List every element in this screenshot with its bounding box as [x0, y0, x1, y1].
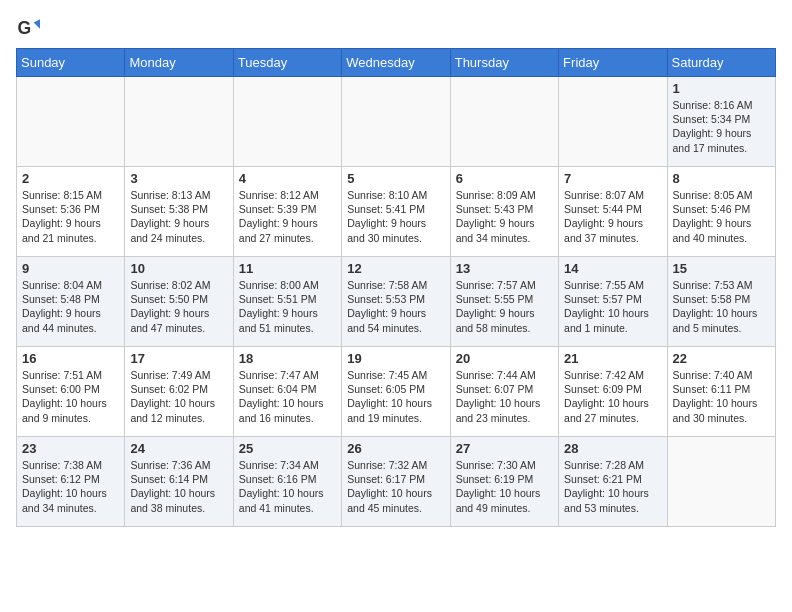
day-header-tuesday: Tuesday: [233, 49, 341, 77]
calendar-cell: 27Sunrise: 7:30 AM Sunset: 6:19 PM Dayli…: [450, 437, 558, 527]
calendar-cell: 21Sunrise: 7:42 AM Sunset: 6:09 PM Dayli…: [559, 347, 667, 437]
day-number: 13: [456, 261, 553, 276]
day-header-friday: Friday: [559, 49, 667, 77]
calendar-cell: 6Sunrise: 8:09 AM Sunset: 5:43 PM Daylig…: [450, 167, 558, 257]
calendar-cell: 25Sunrise: 7:34 AM Sunset: 6:16 PM Dayli…: [233, 437, 341, 527]
day-number: 20: [456, 351, 553, 366]
calendar-cell: 28Sunrise: 7:28 AM Sunset: 6:21 PM Dayli…: [559, 437, 667, 527]
calendar-cell: 17Sunrise: 7:49 AM Sunset: 6:02 PM Dayli…: [125, 347, 233, 437]
day-info: Sunrise: 7:36 AM Sunset: 6:14 PM Dayligh…: [130, 458, 227, 515]
day-info: Sunrise: 7:58 AM Sunset: 5:53 PM Dayligh…: [347, 278, 444, 335]
day-number: 26: [347, 441, 444, 456]
svg-marker-1: [34, 19, 40, 29]
day-info: Sunrise: 7:55 AM Sunset: 5:57 PM Dayligh…: [564, 278, 661, 335]
calendar-week-4: 23Sunrise: 7:38 AM Sunset: 6:12 PM Dayli…: [17, 437, 776, 527]
day-info: Sunrise: 7:38 AM Sunset: 6:12 PM Dayligh…: [22, 458, 119, 515]
day-info: Sunrise: 7:32 AM Sunset: 6:17 PM Dayligh…: [347, 458, 444, 515]
day-number: 10: [130, 261, 227, 276]
calendar-cell: 22Sunrise: 7:40 AM Sunset: 6:11 PM Dayli…: [667, 347, 775, 437]
calendar-cell: 2Sunrise: 8:15 AM Sunset: 5:36 PM Daylig…: [17, 167, 125, 257]
calendar-cell: 1Sunrise: 8:16 AM Sunset: 5:34 PM Daylig…: [667, 77, 775, 167]
day-info: Sunrise: 8:12 AM Sunset: 5:39 PM Dayligh…: [239, 188, 336, 245]
day-number: 5: [347, 171, 444, 186]
day-header-thursday: Thursday: [450, 49, 558, 77]
day-info: Sunrise: 7:51 AM Sunset: 6:00 PM Dayligh…: [22, 368, 119, 425]
day-info: Sunrise: 8:09 AM Sunset: 5:43 PM Dayligh…: [456, 188, 553, 245]
calendar-cell: 26Sunrise: 7:32 AM Sunset: 6:17 PM Dayli…: [342, 437, 450, 527]
calendar-cell: 16Sunrise: 7:51 AM Sunset: 6:00 PM Dayli…: [17, 347, 125, 437]
calendar-cell: 13Sunrise: 7:57 AM Sunset: 5:55 PM Dayli…: [450, 257, 558, 347]
calendar-cell: [342, 77, 450, 167]
calendar-cell: 12Sunrise: 7:58 AM Sunset: 5:53 PM Dayli…: [342, 257, 450, 347]
logo-icon: G: [16, 16, 40, 40]
day-header-sunday: Sunday: [17, 49, 125, 77]
calendar-cell: [450, 77, 558, 167]
day-info: Sunrise: 7:30 AM Sunset: 6:19 PM Dayligh…: [456, 458, 553, 515]
day-info: Sunrise: 7:44 AM Sunset: 6:07 PM Dayligh…: [456, 368, 553, 425]
day-number: 17: [130, 351, 227, 366]
calendar-week-3: 16Sunrise: 7:51 AM Sunset: 6:00 PM Dayli…: [17, 347, 776, 437]
day-info: Sunrise: 8:05 AM Sunset: 5:46 PM Dayligh…: [673, 188, 770, 245]
calendar-week-0: 1Sunrise: 8:16 AM Sunset: 5:34 PM Daylig…: [17, 77, 776, 167]
day-info: Sunrise: 8:07 AM Sunset: 5:44 PM Dayligh…: [564, 188, 661, 245]
day-number: 16: [22, 351, 119, 366]
header: G: [16, 16, 776, 40]
day-number: 7: [564, 171, 661, 186]
day-number: 19: [347, 351, 444, 366]
day-number: 18: [239, 351, 336, 366]
day-info: Sunrise: 7:34 AM Sunset: 6:16 PM Dayligh…: [239, 458, 336, 515]
day-info: Sunrise: 7:57 AM Sunset: 5:55 PM Dayligh…: [456, 278, 553, 335]
calendar-cell: [667, 437, 775, 527]
day-info: Sunrise: 7:42 AM Sunset: 6:09 PM Dayligh…: [564, 368, 661, 425]
day-number: 11: [239, 261, 336, 276]
calendar-cell: 19Sunrise: 7:45 AM Sunset: 6:05 PM Dayli…: [342, 347, 450, 437]
day-info: Sunrise: 8:13 AM Sunset: 5:38 PM Dayligh…: [130, 188, 227, 245]
day-number: 27: [456, 441, 553, 456]
calendar-cell: [233, 77, 341, 167]
day-number: 3: [130, 171, 227, 186]
calendar-cell: [17, 77, 125, 167]
day-number: 4: [239, 171, 336, 186]
day-number: 6: [456, 171, 553, 186]
day-info: Sunrise: 8:02 AM Sunset: 5:50 PM Dayligh…: [130, 278, 227, 335]
calendar-cell: 3Sunrise: 8:13 AM Sunset: 5:38 PM Daylig…: [125, 167, 233, 257]
calendar-cell: 15Sunrise: 7:53 AM Sunset: 5:58 PM Dayli…: [667, 257, 775, 347]
day-number: 15: [673, 261, 770, 276]
day-header-monday: Monday: [125, 49, 233, 77]
calendar-cell: 11Sunrise: 8:00 AM Sunset: 5:51 PM Dayli…: [233, 257, 341, 347]
day-number: 12: [347, 261, 444, 276]
day-number: 22: [673, 351, 770, 366]
day-number: 25: [239, 441, 336, 456]
day-number: 23: [22, 441, 119, 456]
day-info: Sunrise: 7:49 AM Sunset: 6:02 PM Dayligh…: [130, 368, 227, 425]
calendar-cell: 24Sunrise: 7:36 AM Sunset: 6:14 PM Dayli…: [125, 437, 233, 527]
svg-text:G: G: [18, 18, 32, 38]
day-number: 2: [22, 171, 119, 186]
calendar-cell: [559, 77, 667, 167]
day-info: Sunrise: 8:00 AM Sunset: 5:51 PM Dayligh…: [239, 278, 336, 335]
calendar-cell: 7Sunrise: 8:07 AM Sunset: 5:44 PM Daylig…: [559, 167, 667, 257]
day-info: Sunrise: 7:45 AM Sunset: 6:05 PM Dayligh…: [347, 368, 444, 425]
calendar-cell: [125, 77, 233, 167]
calendar-week-1: 2Sunrise: 8:15 AM Sunset: 5:36 PM Daylig…: [17, 167, 776, 257]
calendar-cell: 9Sunrise: 8:04 AM Sunset: 5:48 PM Daylig…: [17, 257, 125, 347]
day-info: Sunrise: 7:53 AM Sunset: 5:58 PM Dayligh…: [673, 278, 770, 335]
day-number: 28: [564, 441, 661, 456]
day-number: 21: [564, 351, 661, 366]
logo: G: [16, 16, 44, 40]
day-number: 24: [130, 441, 227, 456]
calendar-cell: 8Sunrise: 8:05 AM Sunset: 5:46 PM Daylig…: [667, 167, 775, 257]
day-info: Sunrise: 8:04 AM Sunset: 5:48 PM Dayligh…: [22, 278, 119, 335]
day-header-wednesday: Wednesday: [342, 49, 450, 77]
calendar-week-2: 9Sunrise: 8:04 AM Sunset: 5:48 PM Daylig…: [17, 257, 776, 347]
calendar-cell: 20Sunrise: 7:44 AM Sunset: 6:07 PM Dayli…: [450, 347, 558, 437]
day-info: Sunrise: 8:10 AM Sunset: 5:41 PM Dayligh…: [347, 188, 444, 245]
day-number: 1: [673, 81, 770, 96]
day-number: 9: [22, 261, 119, 276]
day-number: 8: [673, 171, 770, 186]
day-info: Sunrise: 8:16 AM Sunset: 5:34 PM Dayligh…: [673, 98, 770, 155]
calendar-cell: 14Sunrise: 7:55 AM Sunset: 5:57 PM Dayli…: [559, 257, 667, 347]
calendar-header-row: SundayMondayTuesdayWednesdayThursdayFrid…: [17, 49, 776, 77]
day-info: Sunrise: 7:28 AM Sunset: 6:21 PM Dayligh…: [564, 458, 661, 515]
day-header-saturday: Saturday: [667, 49, 775, 77]
